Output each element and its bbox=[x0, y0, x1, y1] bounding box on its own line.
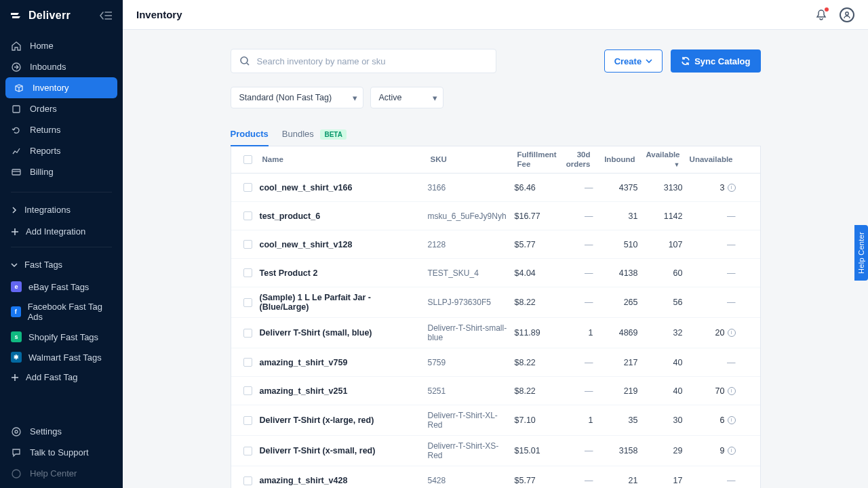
table-row[interactable]: amazing_t_shirt_v2515251$8.22—2194070 i bbox=[231, 377, 760, 405]
cell-sku: SLLPJ-973630F5 bbox=[428, 298, 515, 307]
nav-integrations[interactable]: Integrations bbox=[0, 198, 123, 222]
cell-30d-orders: — bbox=[554, 386, 593, 396]
cell-available: 32 bbox=[638, 328, 683, 338]
tab-bundles[interactable]: Bundles BETA bbox=[282, 123, 347, 146]
cell-available: 29 bbox=[638, 446, 683, 455]
ebay-icon: e bbox=[11, 281, 22, 292]
create-button[interactable]: Create bbox=[604, 49, 663, 73]
cell-unavailable: 70 i bbox=[683, 386, 736, 396]
cell-sku: 5428 bbox=[428, 476, 515, 485]
table-row[interactable]: Deliverr T-Shirt (x-large, red)Deliverr-… bbox=[231, 405, 760, 436]
info-icon[interactable]: i bbox=[728, 416, 736, 424]
table-row[interactable]: (Sample) 1 L Le Parfait Jar - (Blue/Larg… bbox=[231, 287, 760, 318]
table-row[interactable]: test_product_6msku_6_5uFeJy9Nyh$16.77—31… bbox=[231, 202, 760, 230]
col-name[interactable]: Name bbox=[260, 155, 428, 165]
inbound-icon bbox=[11, 62, 22, 72]
table-row[interactable]: cool_new_t_shirt_v1282128$5.77—510107— bbox=[231, 230, 760, 259]
cell-inbound: 510 bbox=[593, 240, 638, 249]
nav-orders[interactable]: Orders bbox=[0, 98, 115, 119]
cell-available: 3130 bbox=[638, 183, 683, 192]
cell-available: 40 bbox=[638, 386, 683, 396]
table-row[interactable]: cool_new_t_shirt_v1663166$6.46—437531303… bbox=[231, 174, 760, 202]
cell-inbound: 4375 bbox=[593, 183, 638, 192]
nav-home[interactable]: Home bbox=[0, 35, 115, 56]
row-checkbox[interactable] bbox=[243, 416, 252, 425]
notifications-button[interactable] bbox=[815, 9, 827, 21]
col-sku[interactable]: SKU bbox=[428, 155, 515, 165]
cell-30d-orders: — bbox=[554, 446, 593, 455]
col-fee[interactable]: Fulfillment Fee bbox=[515, 150, 554, 169]
row-checkbox[interactable] bbox=[243, 183, 252, 192]
user-menu[interactable] bbox=[840, 7, 854, 22]
info-icon[interactable]: i bbox=[728, 447, 736, 455]
table-row[interactable]: amazing_t_shirt_v4285428$5.77—2117— bbox=[231, 466, 760, 488]
info-icon[interactable]: i bbox=[728, 387, 736, 395]
facebook-icon: f bbox=[11, 306, 21, 317]
table-row[interactable]: amazing_t_shirt_v7595759$8.22—21740— bbox=[231, 348, 760, 377]
nav-billing[interactable]: Billing bbox=[0, 161, 115, 182]
cell-name: cool_new_t_shirt_v166 bbox=[260, 183, 428, 192]
row-checkbox[interactable] bbox=[243, 240, 252, 249]
cell-fee: $6.46 bbox=[515, 183, 554, 192]
nav-shopify-fast-tags[interactable]: sShopify Fast Tags bbox=[0, 327, 123, 347]
nav-help-center[interactable]: Help Center bbox=[0, 463, 115, 484]
row-checkbox[interactable] bbox=[243, 211, 252, 220]
chevron-down-icon bbox=[11, 262, 18, 268]
cell-30d-orders: — bbox=[554, 211, 593, 221]
tag-filter-select[interactable]: Standard (Non Fast Tag) ▾ bbox=[231, 87, 363, 108]
search-input-wrapper[interactable] bbox=[231, 49, 496, 73]
row-checkbox[interactable] bbox=[243, 298, 252, 307]
cell-name: test_product_6 bbox=[260, 211, 428, 221]
table-row[interactable]: Deliverr T-Shirt (x-small, red)Deliverr-… bbox=[231, 436, 760, 466]
collapse-sidebar-icon[interactable] bbox=[100, 11, 112, 20]
col-unavailable[interactable]: Unavailable bbox=[683, 155, 736, 165]
select-all-checkbox[interactable] bbox=[243, 155, 252, 164]
tab-products[interactable]: Products bbox=[231, 123, 269, 146]
nav-fast-tags[interactable]: Fast Tags bbox=[0, 253, 123, 277]
table-row[interactable]: Test Product 2TEST_SKU_4$4.04—413860— bbox=[231, 259, 760, 287]
cell-sku: 2128 bbox=[428, 240, 515, 249]
cell-fee: $8.22 bbox=[515, 298, 554, 307]
sync-catalog-button[interactable]: Sync Catalog bbox=[671, 49, 760, 73]
nav-returns[interactable]: Returns bbox=[0, 119, 115, 140]
search-input[interactable] bbox=[257, 56, 488, 66]
topbar: Inventory bbox=[123, 0, 868, 30]
row-checkbox[interactable] bbox=[243, 329, 252, 338]
brand-logo[interactable]: Deliverr bbox=[11, 9, 71, 22]
col-available[interactable]: Available ▼ bbox=[638, 150, 683, 169]
row-checkbox[interactable] bbox=[243, 386, 252, 395]
nav-ebay-fast-tags[interactable]: eeBay Fast Tags bbox=[0, 277, 123, 297]
nav-inbounds[interactable]: Inbounds bbox=[0, 56, 115, 77]
help-center-tab[interactable]: Help Center bbox=[854, 225, 868, 281]
cell-sku: 5251 bbox=[428, 386, 515, 396]
row-checkbox[interactable] bbox=[243, 447, 252, 455]
cell-inbound: 31 bbox=[593, 211, 638, 221]
nav-talk-support[interactable]: Talk to Support bbox=[0, 442, 115, 463]
nav-reports[interactable]: Reports bbox=[0, 140, 115, 161]
col-30d-orders[interactable]: 30d orders bbox=[554, 150, 593, 169]
info-icon[interactable]: i bbox=[728, 184, 736, 192]
cell-name: amazing_t_shirt_v251 bbox=[260, 386, 428, 396]
nav-add-integration[interactable]: Add Integration bbox=[0, 222, 123, 241]
info-icon[interactable]: i bbox=[728, 329, 736, 337]
row-checkbox[interactable] bbox=[243, 476, 252, 485]
cell-fee: $5.77 bbox=[515, 476, 554, 485]
row-checkbox[interactable] bbox=[243, 268, 252, 277]
nav-add-fast-tag[interactable]: Add Fast Tag bbox=[0, 367, 123, 387]
sidebar: Deliverr Home Inbounds Inventory Orders … bbox=[0, 0, 123, 488]
row-checkbox[interactable] bbox=[243, 358, 252, 367]
cell-inbound: 35 bbox=[593, 415, 638, 425]
status-filter-select[interactable]: Active ▾ bbox=[370, 87, 443, 108]
nav-settings[interactable]: Settings bbox=[0, 421, 115, 442]
nav-inventory[interactable]: Inventory bbox=[5, 77, 117, 98]
cell-30d-orders: — bbox=[554, 268, 593, 278]
svg-rect-1 bbox=[13, 106, 20, 113]
nav-walmart-fast-tags[interactable]: ✱Walmart Fast Tags bbox=[0, 347, 123, 367]
table-row[interactable]: Deliverr T-Shirt (small, blue)Deliverr-T… bbox=[231, 318, 760, 348]
cell-inbound: 4869 bbox=[593, 328, 638, 338]
nav-facebook-fast-tags[interactable]: fFacebook Fast Tag Ads bbox=[0, 297, 123, 327]
cell-unavailable: 6 i bbox=[683, 415, 736, 425]
col-inbound[interactable]: Inbound bbox=[593, 155, 638, 165]
returns-icon bbox=[11, 125, 22, 135]
cell-sku: TEST_SKU_4 bbox=[428, 268, 515, 278]
